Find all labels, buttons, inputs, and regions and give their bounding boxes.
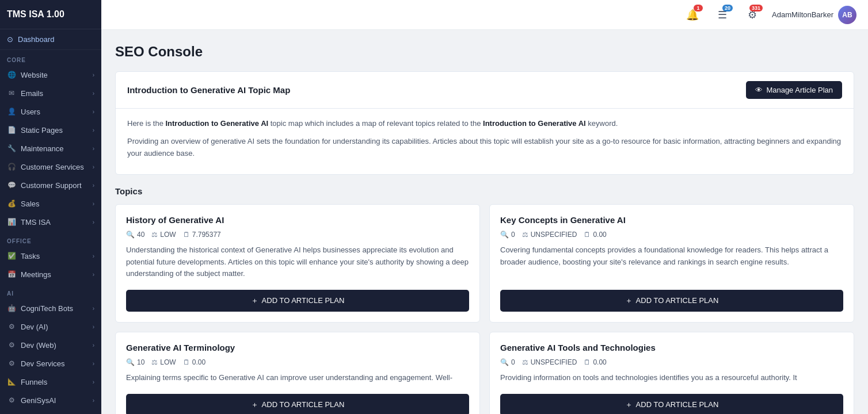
- search-icon: 🔍: [126, 358, 135, 366]
- chevron-icon: ›: [93, 361, 94, 367]
- genisysai-icon: ⚙: [7, 396, 16, 405]
- sidebar-item-genisysai[interactable]: ⚙ GeniSysAI ›: [0, 391, 101, 409]
- score-value-tools-tech: 0.00: [593, 358, 606, 366]
- chevron-icon: ›: [93, 72, 94, 78]
- main-area: 🔔 1 ☰ 20 ⚙ 331 AdamMiltonBarker AB SEO C…: [101, 0, 868, 414]
- search-volume-history: 🔍 40: [126, 231, 144, 239]
- balance-icon: ⚖: [151, 231, 158, 239]
- chevron-icon: ›: [93, 164, 94, 170]
- users-icon: 👤: [7, 107, 16, 116]
- chevron-icon: ›: [93, 271, 94, 278]
- topic-desc-key-concepts: Covering fundamental concepts provides a…: [500, 244, 843, 279]
- add-btn-label-key-concepts: ADD TO ARTICLE PLAN: [636, 296, 719, 305]
- score-value-key-concepts: 0.00: [593, 231, 606, 239]
- topic-meta-tools-tech: 🔍 0 ⚖ UNSPECIFIED 🗒 0.00: [500, 358, 843, 366]
- score-value-terminology: 0.00: [192, 358, 205, 366]
- sidebar-item-sales-label: Sales: [21, 200, 40, 208]
- tms-isa-icon: 📊: [7, 217, 16, 227]
- sidebar-item-customer-services[interactable]: 🎧 Customer Services ›: [0, 158, 101, 176]
- add-to-plan-button-terminology[interactable]: ＋ ADD TO ARTICLE PLAN: [126, 394, 469, 414]
- dashboard-link[interactable]: ⊙ Dashboard: [0, 29, 101, 50]
- core-section-label: CORE: [0, 50, 101, 66]
- topic-title-tools-tech: Generative AI Tools and Technologies: [500, 343, 843, 352]
- sidebar-item-dev-ai[interactable]: ⚙ Dev (AI) ›: [0, 317, 101, 336]
- topic-desc-terminology: Explaining terms specific to Generative …: [126, 372, 469, 384]
- chevron-icon: ›: [93, 109, 94, 115]
- add-to-plan-button-tools-tech[interactable]: ＋ ADD TO ARTICLE PLAN: [500, 394, 843, 414]
- doc-icon: 🗒: [584, 231, 591, 239]
- search-icon: 🔍: [500, 358, 509, 366]
- search-volume-terminology: 🔍 10: [126, 358, 144, 366]
- competition-key-concepts: ⚖ UNSPECIFIED: [522, 231, 577, 239]
- sidebar-item-intelliassistance[interactable]: ⚙ IntelliAssistance ›: [0, 409, 101, 414]
- topics-section: Topics History of Generative AI 🔍 40 ⚖ L…: [115, 186, 854, 414]
- sidebar-item-static-pages[interactable]: 📄 Static Pages ›: [0, 121, 101, 139]
- sidebar-item-tasks[interactable]: ✅ Tasks ›: [0, 247, 101, 265]
- sidebar-item-meetings[interactable]: 📅 Meetings ›: [0, 265, 101, 283]
- sidebar-item-tms-isa-label: TMS ISA: [21, 218, 51, 227]
- chevron-icon: ›: [93, 127, 94, 133]
- maintenance-icon: 🔧: [7, 144, 16, 153]
- sidebar-item-website[interactable]: 🌐 Website ›: [0, 66, 101, 84]
- competition-terminology: ⚖ LOW: [151, 358, 176, 366]
- sidebar-item-customer-support[interactable]: 💬 Customer Support ›: [0, 176, 101, 194]
- sidebar-item-funnels-label: Funnels: [21, 378, 47, 386]
- customer-services-icon: 🎧: [7, 162, 16, 171]
- sidebar-item-dev-web[interactable]: ⚙ Dev (Web) ›: [0, 336, 101, 354]
- score-key-concepts: 🗒 0.00: [584, 231, 606, 239]
- topic-card-terminology: Generative AI Terminology 🔍 10 ⚖ LOW 🗒: [115, 332, 480, 414]
- competition-value-tools-tech: UNSPECIFIED: [531, 358, 577, 366]
- score-terminology: 🗒 0.00: [183, 358, 205, 366]
- sidebar-item-tms-isa[interactable]: 📊 TMS ISA ›: [0, 213, 101, 231]
- balance-icon: ⚖: [522, 358, 528, 366]
- score-tools-tech: 🗒 0.00: [584, 358, 606, 366]
- sidebar-item-cognitech-bots[interactable]: 🤖 CogniTech Bots ›: [0, 299, 101, 317]
- sidebar-item-emails[interactable]: ✉ Emails ›: [0, 84, 101, 102]
- sidebar-item-maintenance[interactable]: 🔧 Maintenance ›: [0, 139, 101, 158]
- search-volume-tools-tech: 🔍 0: [500, 358, 515, 366]
- sidebar-item-tasks-label: Tasks: [21, 252, 40, 260]
- intro-paragraph-2: Providing an overview of generative AI s…: [127, 136, 842, 160]
- sidebar-item-maintenance-label: Maintenance: [21, 144, 63, 153]
- plus-icon: ＋: [251, 400, 258, 410]
- cognitech-bots-icon: 🤖: [7, 304, 16, 313]
- sidebar-item-static-pages-label: Static Pages: [21, 126, 63, 135]
- website-icon: 🌐: [7, 70, 16, 79]
- sidebar-item-sales[interactable]: 💰 Sales ›: [0, 194, 101, 213]
- search-value-tools-tech: 0: [511, 358, 515, 366]
- sidebar-item-users[interactable]: 👤 Users ›: [0, 102, 101, 121]
- competition-value-key-concepts: UNSPECIFIED: [531, 231, 577, 239]
- chevron-icon: ›: [93, 305, 94, 312]
- add-to-plan-button-history[interactable]: ＋ ADD TO ARTICLE PLAN: [126, 290, 469, 312]
- chevron-icon: ›: [93, 145, 94, 152]
- chevron-icon: ›: [93, 219, 94, 225]
- sales-icon: 💰: [7, 199, 16, 208]
- manage-article-plan-button[interactable]: 👁 Manage Article Plan: [746, 81, 842, 99]
- add-btn-label-terminology: ADD TO ARTICLE PLAN: [262, 400, 345, 409]
- avatar: AB: [838, 6, 856, 24]
- static-pages-icon: 📄: [7, 125, 16, 135]
- sidebar-item-customer-services-label: Customer Services: [21, 163, 84, 171]
- sidebar-item-dev-web-label: Dev (Web): [21, 341, 56, 350]
- sidebar-item-dev-services[interactable]: ⚙ Dev Services ›: [0, 354, 101, 373]
- intro-card-title: Introduction to Generative AI Topic Map: [127, 85, 290, 95]
- dashboard-label: Dashboard: [18, 35, 55, 44]
- tasks-button[interactable]: ☰ 20: [712, 5, 733, 25]
- notifications-badge: 1: [694, 5, 703, 12]
- dashboard-icon: ⊙: [7, 35, 13, 44]
- add-to-plan-button-key-concepts[interactable]: ＋ ADD TO ARTICLE PLAN: [500, 290, 843, 312]
- page-title: SEO Console: [115, 44, 854, 60]
- user-menu[interactable]: AdamMiltonBarker AB: [772, 6, 856, 24]
- topics-grid: History of Generative AI 🔍 40 ⚖ LOW 🗒: [115, 204, 854, 414]
- user-name: AdamMiltonBarker: [772, 10, 833, 19]
- sidebar-item-dev-services-label: Dev Services: [21, 359, 65, 368]
- plus-icon: ＋: [625, 400, 633, 410]
- search-icon: 🔍: [500, 231, 509, 239]
- chevron-icon: ›: [93, 201, 94, 207]
- search-value-history: 40: [137, 231, 144, 239]
- topic-meta-key-concepts: 🔍 0 ⚖ UNSPECIFIED 🗒 0.00: [500, 231, 843, 239]
- notifications-button[interactable]: 🔔 1: [682, 5, 703, 25]
- sidebar-item-meetings-label: Meetings: [21, 270, 51, 279]
- settings-button[interactable]: ⚙ 331: [742, 5, 763, 25]
- sidebar-item-funnels[interactable]: 📐 Funnels ›: [0, 373, 101, 391]
